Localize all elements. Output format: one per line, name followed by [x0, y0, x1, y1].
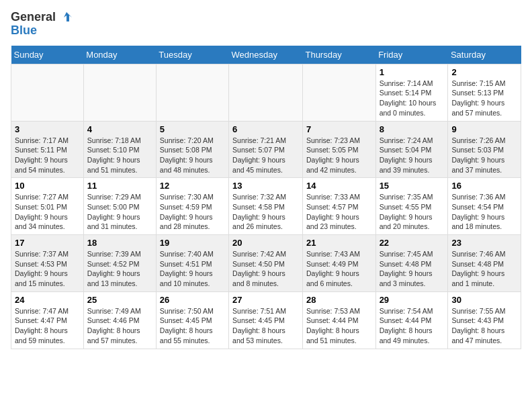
day-detail: Sunrise: 7:36 AM Sunset: 4:54 PM Dayligh… — [451, 192, 517, 232]
day-detail: Sunrise: 7:26 AM Sunset: 5:03 PM Dayligh… — [451, 136, 517, 175]
calendar-cell — [156, 64, 228, 121]
logo: General Blue — [11, 11, 73, 38]
calendar-cell: 25Sunrise: 7:49 AM Sunset: 4:46 PM Dayli… — [83, 291, 156, 349]
day-detail: Sunrise: 7:40 AM Sunset: 4:51 PM Dayligh… — [160, 249, 225, 289]
calendar-cell: 16Sunrise: 7:36 AM Sunset: 4:54 PM Dayli… — [448, 178, 521, 235]
day-detail: Sunrise: 7:50 AM Sunset: 4:45 PM Dayligh… — [160, 306, 225, 346]
week-row-4: 17Sunrise: 7:37 AM Sunset: 4:53 PM Dayli… — [11, 235, 521, 292]
calendar-cell — [83, 64, 156, 121]
day-number: 30 — [451, 295, 517, 305]
day-detail: Sunrise: 7:35 AM Sunset: 4:55 PM Dayligh… — [380, 192, 445, 232]
day-detail: Sunrise: 7:45 AM Sunset: 4:48 PM Dayligh… — [380, 249, 445, 289]
day-number: 24 — [15, 295, 80, 305]
day-number: 22 — [380, 238, 445, 248]
day-detail: Sunrise: 7:27 AM Sunset: 5:01 PM Dayligh… — [15, 192, 80, 232]
day-detail: Sunrise: 7:54 AM Sunset: 4:44 PM Dayligh… — [380, 306, 445, 346]
day-detail: Sunrise: 7:17 AM Sunset: 5:11 PM Dayligh… — [15, 136, 80, 175]
day-detail: Sunrise: 7:29 AM Sunset: 5:00 PM Dayligh… — [87, 192, 152, 232]
day-number: 16 — [451, 181, 517, 191]
calendar-cell: 11Sunrise: 7:29 AM Sunset: 5:00 PM Dayli… — [83, 178, 156, 235]
header-row: SundayMondayTuesdayWednesdayThursdayFrid… — [11, 46, 521, 64]
day-number: 28 — [306, 295, 372, 305]
day-detail: Sunrise: 7:43 AM Sunset: 4:49 PM Dayligh… — [306, 249, 372, 289]
day-number: 18 — [87, 238, 152, 248]
col-header-sunday: Sunday — [11, 46, 84, 64]
week-row-5: 24Sunrise: 7:47 AM Sunset: 4:47 PM Dayli… — [11, 291, 521, 349]
calendar-cell: 17Sunrise: 7:37 AM Sunset: 4:53 PM Dayli… — [11, 235, 84, 292]
day-detail: Sunrise: 7:14 AM Sunset: 5:14 PM Dayligh… — [380, 79, 445, 118]
day-detail: Sunrise: 7:53 AM Sunset: 4:44 PM Dayligh… — [306, 306, 372, 346]
calendar-cell: 2Sunrise: 7:15 AM Sunset: 5:13 PM Daylig… — [448, 64, 521, 121]
col-header-friday: Friday — [375, 46, 448, 64]
day-detail: Sunrise: 7:37 AM Sunset: 4:53 PM Dayligh… — [15, 249, 80, 289]
day-detail: Sunrise: 7:39 AM Sunset: 4:52 PM Dayligh… — [87, 249, 152, 289]
day-number: 29 — [380, 295, 445, 305]
calendar-cell: 29Sunrise: 7:54 AM Sunset: 4:44 PM Dayli… — [375, 291, 448, 349]
day-detail: Sunrise: 7:51 AM Sunset: 4:45 PM Dayligh… — [232, 306, 299, 346]
day-number: 14 — [306, 181, 372, 191]
day-number: 2 — [451, 67, 517, 77]
calendar-cell: 1Sunrise: 7:14 AM Sunset: 5:14 PM Daylig… — [375, 64, 448, 121]
day-detail: Sunrise: 7:20 AM Sunset: 5:08 PM Dayligh… — [160, 136, 225, 175]
calendar-cell: 15Sunrise: 7:35 AM Sunset: 4:55 PM Dayli… — [375, 178, 448, 235]
logo-blue: Blue — [11, 24, 37, 38]
day-number: 3 — [15, 124, 80, 134]
col-header-thursday: Thursday — [302, 46, 375, 64]
day-number: 9 — [451, 124, 517, 134]
day-detail: Sunrise: 7:33 AM Sunset: 4:57 PM Dayligh… — [306, 192, 372, 232]
day-number: 17 — [15, 238, 80, 248]
calendar-cell: 14Sunrise: 7:33 AM Sunset: 4:57 PM Dayli… — [302, 178, 375, 235]
week-row-1: 1Sunrise: 7:14 AM Sunset: 5:14 PM Daylig… — [11, 64, 521, 121]
day-number: 13 — [232, 181, 299, 191]
calendar-cell: 4Sunrise: 7:18 AM Sunset: 5:10 PM Daylig… — [83, 121, 156, 178]
calendar-cell: 28Sunrise: 7:53 AM Sunset: 4:44 PM Dayli… — [302, 291, 375, 349]
day-number: 6 — [232, 124, 299, 134]
week-row-3: 10Sunrise: 7:27 AM Sunset: 5:01 PM Dayli… — [11, 178, 521, 235]
calendar-cell: 23Sunrise: 7:46 AM Sunset: 4:48 PM Dayli… — [448, 235, 521, 292]
calendar-cell: 26Sunrise: 7:50 AM Sunset: 4:45 PM Dayli… — [156, 291, 228, 349]
day-detail: Sunrise: 7:30 AM Sunset: 4:59 PM Dayligh… — [160, 192, 225, 232]
day-detail: Sunrise: 7:47 AM Sunset: 4:47 PM Dayligh… — [15, 306, 80, 346]
calendar-cell — [229, 64, 303, 121]
col-header-wednesday: Wednesday — [229, 46, 303, 64]
calendar-table: SundayMondayTuesdayWednesdayThursdayFrid… — [11, 46, 521, 349]
day-detail: Sunrise: 7:42 AM Sunset: 4:50 PM Dayligh… — [232, 249, 299, 289]
calendar-cell: 8Sunrise: 7:24 AM Sunset: 5:04 PM Daylig… — [375, 121, 448, 178]
header: General Blue — [11, 11, 521, 38]
day-number: 7 — [306, 124, 372, 134]
day-number: 11 — [87, 181, 152, 191]
logo-bird-icon — [57, 11, 73, 24]
day-number: 20 — [232, 238, 299, 248]
day-number: 10 — [15, 181, 80, 191]
day-number: 26 — [160, 295, 225, 305]
day-detail: Sunrise: 7:32 AM Sunset: 4:58 PM Dayligh… — [232, 192, 299, 232]
calendar-cell: 19Sunrise: 7:40 AM Sunset: 4:51 PM Dayli… — [156, 235, 228, 292]
calendar-cell: 20Sunrise: 7:42 AM Sunset: 4:50 PM Dayli… — [229, 235, 303, 292]
day-number: 15 — [380, 181, 445, 191]
col-header-saturday: Saturday — [448, 46, 521, 64]
calendar-cell: 6Sunrise: 7:21 AM Sunset: 5:07 PM Daylig… — [229, 121, 303, 178]
day-number: 1 — [380, 67, 445, 77]
day-detail: Sunrise: 7:46 AM Sunset: 4:48 PM Dayligh… — [451, 249, 517, 289]
day-detail: Sunrise: 7:49 AM Sunset: 4:46 PM Dayligh… — [87, 306, 152, 346]
day-number: 4 — [87, 124, 152, 134]
day-number: 21 — [306, 238, 372, 248]
calendar-cell: 9Sunrise: 7:26 AM Sunset: 5:03 PM Daylig… — [448, 121, 521, 178]
day-detail: Sunrise: 7:21 AM Sunset: 5:07 PM Dayligh… — [232, 136, 299, 175]
calendar-cell: 21Sunrise: 7:43 AM Sunset: 4:49 PM Dayli… — [302, 235, 375, 292]
calendar-cell: 5Sunrise: 7:20 AM Sunset: 5:08 PM Daylig… — [156, 121, 228, 178]
day-detail: Sunrise: 7:15 AM Sunset: 5:13 PM Dayligh… — [451, 79, 517, 118]
calendar-cell: 22Sunrise: 7:45 AM Sunset: 4:48 PM Dayli… — [375, 235, 448, 292]
calendar-cell: 30Sunrise: 7:55 AM Sunset: 4:43 PM Dayli… — [448, 291, 521, 349]
col-header-monday: Monday — [83, 46, 156, 64]
day-detail: Sunrise: 7:55 AM Sunset: 4:43 PM Dayligh… — [451, 306, 517, 346]
week-row-2: 3Sunrise: 7:17 AM Sunset: 5:11 PM Daylig… — [11, 121, 521, 178]
calendar-cell: 12Sunrise: 7:30 AM Sunset: 4:59 PM Dayli… — [156, 178, 228, 235]
calendar-cell: 18Sunrise: 7:39 AM Sunset: 4:52 PM Dayli… — [83, 235, 156, 292]
calendar-cell: 24Sunrise: 7:47 AM Sunset: 4:47 PM Dayli… — [11, 291, 84, 349]
col-header-tuesday: Tuesday — [156, 46, 228, 64]
calendar-cell: 7Sunrise: 7:23 AM Sunset: 5:05 PM Daylig… — [302, 121, 375, 178]
day-detail: Sunrise: 7:24 AM Sunset: 5:04 PM Dayligh… — [380, 136, 445, 175]
svg-marker-0 — [64, 12, 72, 21]
calendar-cell — [11, 64, 84, 121]
